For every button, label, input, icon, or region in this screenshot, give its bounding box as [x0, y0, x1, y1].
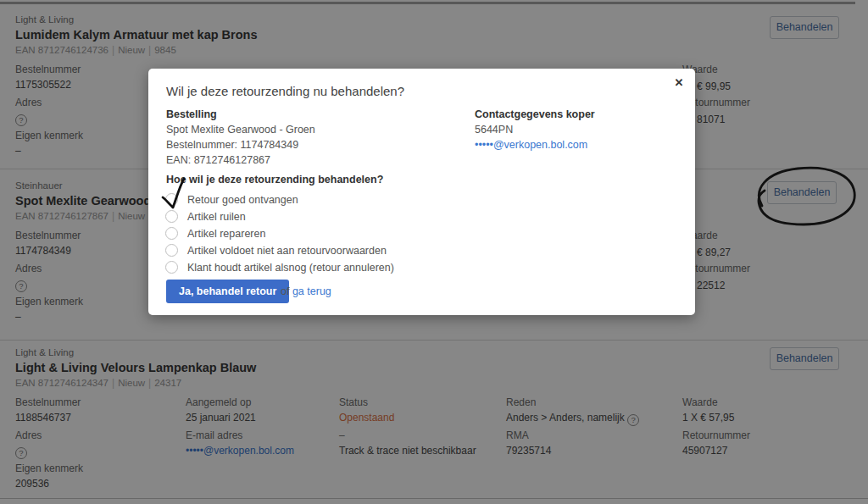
confirm-button[interactable]: Ja, behandel retour — [166, 280, 289, 303]
radio-option-artikel-repareren[interactable]: Artikel repareren — [165, 227, 265, 240]
radio-icon[interactable] — [165, 210, 178, 223]
option-label: Retour goed ontvangen — [187, 194, 298, 206]
radio-option-retour-goed-ontvangen[interactable]: Retour goed ontvangen — [165, 193, 298, 206]
section-heading: Bestelling — [166, 108, 315, 120]
ga-terug-link[interactable]: ga terug — [292, 285, 331, 297]
product-name: Spot Mexlite Gearwood - Groen — [166, 124, 315, 136]
behandel-retour-modal: ✕ Wil je deze retourzending nu behandele… — [148, 69, 695, 315]
close-icon[interactable]: ✕ — [671, 75, 687, 91]
email-link[interactable]: •••••@verkopen.bol.com — [475, 139, 587, 151]
radio-icon[interactable] — [165, 261, 178, 274]
returns-page: Light & Living Lumidem Kalym Armatuur me… — [0, 0, 868, 504]
ean-line: EAN: 8712746127867 — [166, 154, 315, 166]
radio-option-retour-annuleren[interactable]: Klant houdt artikel alsnog (retour annul… — [165, 261, 394, 274]
option-label: Klant houdt artikel alsnog (retour annul… — [187, 262, 394, 274]
option-label: Artikel voldoet niet aan retourvoorwaard… — [187, 245, 387, 257]
bestelling-section: Bestelling Spot Mexlite Gearwood - Groen… — [166, 108, 315, 166]
section-heading: Contactgegevens koper — [475, 108, 595, 120]
option-label: Artikel ruilen — [187, 211, 246, 223]
contact-section: Contactgegevens koper 5644PN •••••@verko… — [475, 108, 595, 151]
or-text: of — [281, 285, 289, 297]
radio-option-artikel-ruilen[interactable]: Artikel ruilen — [165, 210, 246, 223]
question-heading: Hoe wil je deze retourzending behandelen… — [166, 174, 383, 186]
radio-icon[interactable] — [165, 244, 178, 257]
radio-option-voldoet-niet[interactable]: Artikel voldoet niet aan retourvoorwaard… — [165, 244, 387, 257]
postcode: 5644PN — [475, 124, 595, 136]
modal-title: Wil je deze retourzending nu behandelen? — [166, 84, 404, 98]
radio-icon[interactable] — [165, 227, 178, 240]
radio-icon[interactable] — [165, 193, 178, 206]
option-label: Artikel repareren — [187, 228, 265, 240]
bestelnummer-line: Bestelnummer: 1174784349 — [166, 139, 315, 151]
